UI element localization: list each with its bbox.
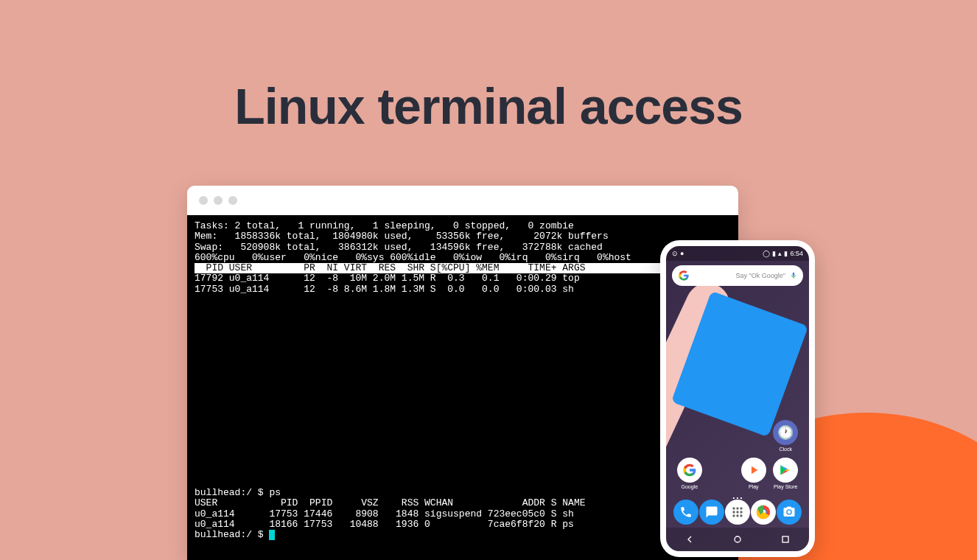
window-minimize-dot[interactable] (214, 196, 223, 205)
svg-point-8 (740, 514, 742, 517)
terminal-line: 600%cpu 0%user 0%nice 0%sys 600%idle 0%i… (195, 252, 631, 263)
terminal-line: Swap: 520908k total, 386312k used, 13459… (195, 242, 603, 253)
phone-screen[interactable]: ⊙ ● ◯ ▮ ▴ ▮ 6:54 Say "Ok Google" (666, 246, 809, 551)
app-label: Clock (779, 447, 792, 452)
window-maximize-dot[interactable] (228, 196, 237, 205)
terminal-output[interactable]: Tasks: 2 total, 1 running, 1 sleeping, 0… (187, 215, 738, 560)
phone-dock (666, 500, 809, 525)
camera-app-icon[interactable] (777, 500, 802, 525)
notification-icon: ⊙ (672, 250, 678, 257)
phone-app-icon[interactable] (673, 500, 698, 525)
signal-icon: ▴ (778, 250, 782, 257)
page-title: Linux terminal access (0, 0, 977, 135)
google-search-bar[interactable]: Say "Ok Google" (672, 265, 803, 286)
app-label: Play (749, 484, 759, 489)
messages-app-icon[interactable] (699, 500, 724, 525)
terminal-line: Mem: 1858336k total, 1804980k used, 5335… (195, 231, 609, 242)
microphone-icon[interactable] (790, 270, 797, 281)
app-google[interactable]: Google (675, 458, 704, 489)
svg-point-5 (740, 511, 742, 513)
wifi-icon: ◯ (763, 250, 770, 257)
terminal-window: Tasks: 2 total, 1 running, 1 sleeping, 0… (187, 186, 738, 560)
signal-icon: ▮ (772, 250, 776, 257)
svg-point-7 (736, 514, 738, 517)
app-label: Play Store (774, 484, 797, 489)
notification-icon: ● (680, 250, 684, 257)
search-placeholder: Say "Ok Google" (694, 272, 785, 279)
svg-point-1 (736, 507, 738, 509)
svg-point-12 (735, 536, 740, 542)
terminal-process-row: 17792 u0_a114 12 -8 10M 2.0M 1.5M R 0.3 … (195, 273, 580, 284)
terminal-process-row: 17753 u0_a114 12 -8 8.6M 1.8M 1.3M S 0.0… (195, 284, 574, 295)
app-clock[interactable]: 🕐 Clock (771, 420, 800, 452)
home-button[interactable] (730, 532, 745, 547)
svg-point-2 (740, 507, 742, 509)
chrome-app-icon[interactable] (751, 500, 776, 525)
svg-point-4 (736, 511, 738, 513)
clock-icon: 🕐 (773, 420, 798, 445)
svg-point-0 (732, 507, 735, 509)
terminal-ps-row: u0_a114 18166 17753 10488 1936 0 7cae6f8… (195, 519, 574, 530)
terminal-prompt: bullhead:/ $ (195, 530, 269, 541)
app-drawer-icon[interactable] (725, 500, 750, 525)
svg-point-3 (732, 511, 735, 513)
google-logo-icon (678, 270, 690, 281)
app-label: Google (681, 484, 698, 489)
app-play[interactable]: Play (739, 458, 768, 489)
status-bar: ⊙ ● ◯ ▮ ▴ ▮ 6:54 (666, 246, 809, 261)
playstore-icon (773, 458, 798, 483)
svg-rect-13 (782, 536, 788, 542)
svg-point-6 (732, 514, 735, 517)
battery-icon: ▮ (784, 250, 788, 257)
window-close-dot[interactable] (199, 196, 208, 205)
recents-button[interactable] (778, 532, 793, 547)
terminal-prompt: bullhead:/ $ ps (195, 487, 281, 498)
terminal-column-header: PID USER PR NI VIRT RES SHR S[%CPU] %MEM… (195, 263, 731, 273)
google-icon (677, 458, 702, 483)
status-time: 6:54 (790, 250, 803, 257)
back-button[interactable] (682, 532, 697, 547)
phone-device: ⊙ ● ◯ ▮ ▴ ▮ 6:54 Say "Ok Google" (660, 240, 815, 557)
app-playstore[interactable]: Play Store (771, 458, 800, 489)
app-grid: 🕐 Clock Google Play (666, 420, 809, 495)
terminal-ps-row: u0_a114 17753 17446 8908 1848 sigsuspend… (195, 508, 574, 519)
terminal-cursor (269, 530, 275, 540)
terminal-line: Tasks: 2 total, 1 running, 1 sleeping, 0… (195, 220, 574, 231)
window-titlebar (187, 186, 738, 215)
terminal-ps-header: USER PID PPID VSZ RSS WCHAN ADDR S NAME (195, 497, 586, 508)
play-icon (741, 458, 766, 483)
android-nav-bar (666, 528, 809, 551)
